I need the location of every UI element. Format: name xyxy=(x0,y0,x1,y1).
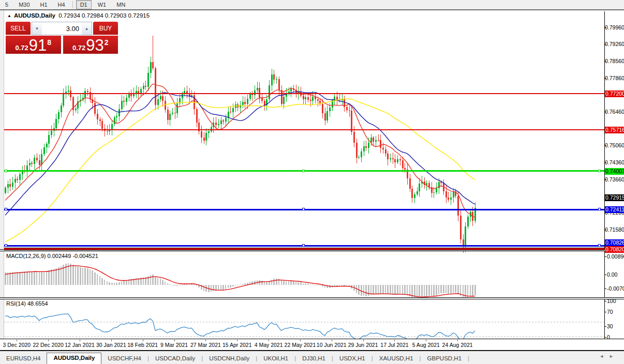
chart-tab-usdcnh[interactable]: USDCNH,Daily xyxy=(203,353,256,364)
line-handle[interactable] xyxy=(5,208,7,210)
sell-price-main: 91 xyxy=(29,38,47,53)
buy-price-prefix: 0.72 xyxy=(72,44,85,52)
chart-symbol-period: AUDUSD,Daily xyxy=(14,12,55,19)
date-tick-mark xyxy=(332,340,332,341)
price-chart[interactable] xyxy=(4,22,604,261)
chart-tab-bar: EURUSD,H4AUDUSD,DailyUSDCHF,H4|USDCAD,Da… xyxy=(0,350,624,364)
sell-button[interactable]: SELL xyxy=(6,22,31,35)
date-label: 27 Mar 2021 xyxy=(190,342,221,348)
timeframe-button-mn[interactable]: MN xyxy=(112,0,129,9)
date-label: 10 Jun 2021 xyxy=(317,342,347,348)
sell-price-button[interactable]: 0.72 91 8 xyxy=(6,36,61,54)
line-handle[interactable] xyxy=(598,208,601,210)
rsi-tick-label: 100 xyxy=(607,298,616,304)
line-handle[interactable] xyxy=(5,170,7,172)
price-level-chip: 0.70820 xyxy=(605,246,624,253)
date-label: 12 Jan 2021 xyxy=(65,342,95,348)
horizontal-level-line[interactable] xyxy=(4,93,604,94)
chart-tab-eurusd[interactable]: EURUSD,H4 xyxy=(0,353,47,364)
rsi-tick-label: 30 xyxy=(607,324,613,329)
tab-scroll-right-icon[interactable]: ► xyxy=(609,354,619,359)
date-label: 5 Aug 2021 xyxy=(412,342,440,348)
timeframe-button-w1[interactable]: W1 xyxy=(94,0,111,9)
date-tick-mark xyxy=(426,340,426,341)
date-label: 3 Dec 2020 xyxy=(3,342,31,348)
price-level-chip: 0.74007 xyxy=(605,168,624,175)
line-handle[interactable] xyxy=(302,244,305,247)
price-tick-label: 0.73660 xyxy=(605,177,624,183)
buy-button[interactable]: BUY xyxy=(93,22,118,35)
panel-separator[interactable] xyxy=(0,297,624,299)
price-tick-label: 0.79260 xyxy=(605,41,624,47)
horizontal-level-line[interactable] xyxy=(4,248,604,250)
date-tick-mark xyxy=(457,340,458,341)
date-label: 29 Jun 2021 xyxy=(348,342,378,348)
timeframe-button-m30[interactable]: M30 xyxy=(14,0,34,9)
chart-tab-usdx[interactable]: USDX,H1 xyxy=(333,353,372,364)
chart-tab-dj30[interactable]: DJ30,H1 xyxy=(296,353,332,364)
rsi-tick-mark xyxy=(604,326,606,327)
macd-tick-mark xyxy=(604,289,606,289)
price-tick-label: 0.74360 xyxy=(605,160,624,165)
chart-tab-ukoil[interactable]: UKOil,H1 xyxy=(257,353,294,364)
price-tick-label: 0.71580 xyxy=(605,227,624,233)
date-label: 18 Feb 2021 xyxy=(127,342,158,348)
timeframe-toolbar: 5M30H1H4D1W1MN xyxy=(0,0,624,10)
timeframe-button-d1[interactable]: D1 xyxy=(76,0,92,9)
date-label: 30 Jan 2021 xyxy=(96,342,126,348)
buy-price-button[interactable]: 0.72 93 2 xyxy=(63,36,118,54)
timeframe-button-h1[interactable]: H1 xyxy=(36,0,52,9)
rsi-tick-mark xyxy=(604,312,606,312)
chart-ohlc-values: 0.72934 0.72984 0.72903 0.72915 xyxy=(58,12,150,19)
date-tick-mark xyxy=(143,340,143,341)
timeframe-button-h4[interactable]: H4 xyxy=(54,0,69,9)
volume-input[interactable] xyxy=(42,22,82,35)
date-label: 15 Apr 2021 xyxy=(222,342,252,348)
date-label: 17 Jul 2021 xyxy=(380,342,408,348)
volume-decrease-button[interactable]: ▼ xyxy=(32,22,42,35)
date-axis[interactable]: 3 Dec 202022 Dec 202012 Jan 202130 Jan 2… xyxy=(0,340,624,350)
date-tick-mark xyxy=(48,340,49,341)
macd-label: MACD(12,26,9) 0.002449 -0.004521 xyxy=(6,253,98,259)
sell-price-pip: 8 xyxy=(47,38,51,47)
date-tick-mark xyxy=(174,340,175,341)
chart-window: ▲AUDUSD,Daily 0.72934 0.72984 0.72903 0.… xyxy=(0,10,624,350)
line-handle[interactable] xyxy=(302,208,305,210)
chart-tab-usdcad[interactable]: USDCAD,Daily xyxy=(149,353,201,364)
price-tick-label: 0.76460 xyxy=(605,109,624,115)
timeframe-button-5[interactable]: 5 xyxy=(1,0,12,9)
chart-tab-usdchf[interactable]: USDCHF,H4 xyxy=(101,353,147,364)
price-level-chip: 0.70826 xyxy=(605,239,624,246)
line-handle[interactable] xyxy=(598,170,601,172)
rsi-tick-mark xyxy=(604,337,606,338)
macd-tick-label: 0.00890 xyxy=(607,254,624,260)
line-handle[interactable] xyxy=(5,244,7,247)
line-handle[interactable] xyxy=(302,170,305,172)
macd-indicator-chart[interactable] xyxy=(4,262,604,308)
date-label: 22 May 2021 xyxy=(285,342,316,348)
chart-tab-gbpusd[interactable]: GBPUSD,H1 xyxy=(421,353,468,364)
date-tick-mark xyxy=(80,340,80,341)
rsi-tick-mark xyxy=(604,301,606,301)
chart-title: ▲AUDUSD,Daily 0.72934 0.72984 0.72903 0.… xyxy=(7,12,150,19)
tab-scroll-arrows: ◄► xyxy=(599,354,619,359)
line-handle[interactable] xyxy=(598,244,601,247)
volume-increase-button[interactable]: ▲ xyxy=(82,22,92,35)
sell-price-prefix: 0.72 xyxy=(15,44,28,52)
collapse-icon[interactable]: ▲ xyxy=(7,13,11,18)
buy-price-pip: 2 xyxy=(105,38,109,47)
current-price-chip: 0.72915 xyxy=(605,194,624,201)
horizontal-level-line[interactable] xyxy=(4,129,604,130)
rsi-label: RSI(14) 48.6554 xyxy=(6,300,48,307)
price-level-chip: 0.72411 xyxy=(605,206,624,213)
macd-tick-mark xyxy=(604,275,606,275)
tab-scroll-left-icon[interactable]: ◄ xyxy=(599,354,609,359)
price-level-chip: 0.75716 xyxy=(605,127,624,133)
macd-tick-label: -0.00701 xyxy=(607,286,624,292)
tab-separator: | xyxy=(468,353,469,364)
chart-tab-xauusd[interactable]: XAUUSD,H1 xyxy=(373,353,420,364)
price-tick-label: 0.79960 xyxy=(605,25,624,31)
macd-tick-mark xyxy=(604,256,606,257)
chart-tab-audusd[interactable]: AUDUSD,Daily xyxy=(47,353,101,364)
date-label: 24 Aug 2021 xyxy=(442,342,473,348)
